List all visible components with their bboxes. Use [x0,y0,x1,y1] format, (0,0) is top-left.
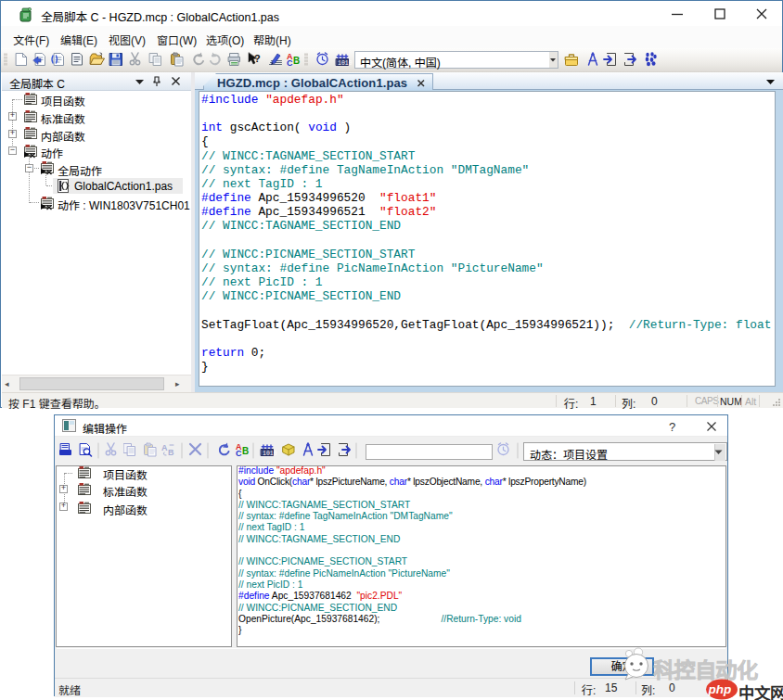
svg-text:A: A [161,443,168,452]
svg-text:1010: 1010 [263,451,277,457]
svg-text:?: ? [254,53,261,64]
svg-text:?: ? [669,420,675,434]
svg-text:B: B [293,56,300,66]
svg-text:B: B [168,448,174,457]
svg-text:C: C [236,449,242,458]
svg-text:1010: 1010 [338,60,353,67]
svg-text:B: B [242,446,249,456]
svg-text:php: php [708,682,732,696]
svg-text:C: C [287,58,293,68]
